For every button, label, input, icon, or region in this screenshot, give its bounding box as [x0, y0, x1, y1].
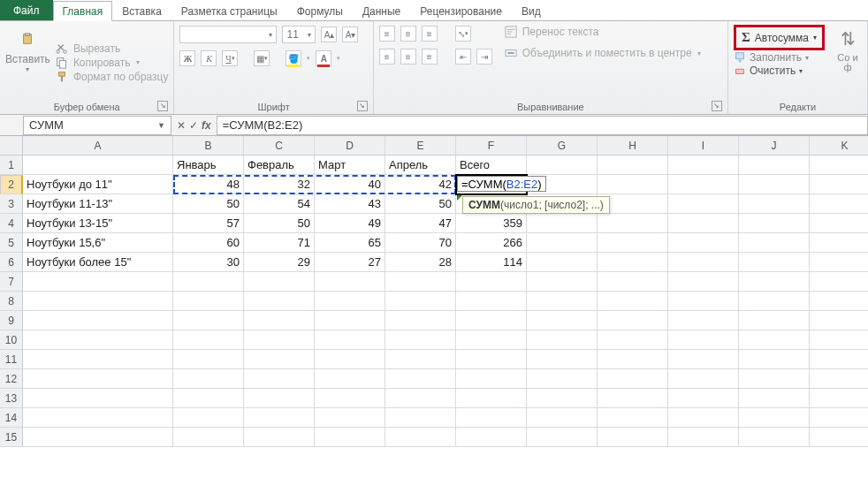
cell[interactable] [173, 408, 244, 428]
cell[interactable]: Март [315, 156, 385, 175]
col-header[interactable]: J [739, 136, 810, 156]
row-header[interactable]: 10 [0, 330, 23, 350]
cell[interactable]: Февраль [244, 156, 315, 175]
cell[interactable] [23, 292, 173, 311]
select-all-corner[interactable] [0, 136, 23, 156]
row-header[interactable]: 3 [0, 194, 23, 214]
cell[interactable] [173, 369, 244, 389]
cell[interactable] [810, 389, 868, 408]
cell[interactable] [244, 428, 315, 447]
cell[interactable] [739, 156, 810, 175]
cell[interactable]: Апрель [385, 156, 456, 175]
cell[interactable] [385, 408, 456, 428]
cell[interactable] [739, 233, 810, 253]
cell[interactable] [456, 311, 527, 330]
cell[interactable] [527, 156, 598, 175]
fx-icon[interactable]: fx [202, 119, 211, 132]
row-header[interactable]: 15 [0, 428, 23, 447]
cell[interactable] [810, 175, 868, 194]
cell[interactable] [456, 369, 527, 389]
cell[interactable] [173, 350, 244, 369]
wrap-text-button[interactable]: Перенос текста [505, 26, 701, 38]
cell[interactable]: Ноутбуки 13-15" [23, 214, 173, 233]
tab-home[interactable]: Главная [53, 1, 113, 21]
cell[interactable] [739, 389, 810, 408]
cell[interactable] [456, 272, 527, 292]
cell[interactable] [456, 292, 527, 311]
clipboard-dialog-launcher[interactable]: ↘ [157, 101, 168, 111]
cell[interactable] [527, 428, 598, 447]
cell[interactable] [244, 330, 315, 350]
cell[interactable] [668, 311, 739, 330]
col-header[interactable]: I [668, 136, 739, 156]
cell[interactable] [810, 292, 868, 311]
col-header[interactable]: G [527, 136, 598, 156]
row-header[interactable]: 1 [0, 156, 23, 175]
cell[interactable] [598, 272, 668, 292]
cell[interactable] [173, 292, 244, 311]
increase-indent-icon[interactable]: ⇥ [476, 49, 492, 64]
row-header[interactable]: 6 [0, 253, 23, 272]
row-header[interactable]: 5 [0, 233, 23, 253]
tab-review[interactable]: Рецензирование [410, 1, 512, 20]
cell[interactable] [244, 311, 315, 330]
italic-button[interactable]: К [201, 50, 217, 66]
cell[interactable] [739, 369, 810, 389]
cell[interactable] [315, 272, 385, 292]
cell[interactable] [668, 408, 739, 428]
cell[interactable] [598, 369, 668, 389]
cell[interactable]: 32 [244, 175, 315, 194]
cell[interactable]: 47 [385, 214, 456, 233]
name-box[interactable]: СУММ▼ [23, 116, 171, 135]
cell[interactable] [598, 214, 668, 233]
cell[interactable] [23, 272, 173, 292]
cell-edit-overlay[interactable]: =СУММ(B2:E2) [457, 176, 546, 192]
font-name-select[interactable]: ▾ [179, 26, 277, 43]
cell[interactable] [527, 369, 598, 389]
cut-button[interactable]: Вырезать [56, 42, 169, 55]
cell[interactable] [527, 214, 598, 233]
cell[interactable] [315, 389, 385, 408]
cell[interactable]: Ноутбуки 11-13" [23, 194, 173, 214]
fill-button[interactable]: Заполнить▾ [734, 51, 825, 64]
align-right-icon[interactable]: ≡ [422, 49, 438, 64]
cell[interactable] [739, 214, 810, 233]
row-header[interactable]: 13 [0, 389, 23, 408]
cell[interactable] [315, 350, 385, 369]
cell[interactable] [456, 389, 527, 408]
cell[interactable] [810, 253, 868, 272]
font-color-button[interactable]: A [316, 50, 331, 66]
align-left-icon[interactable]: ≡ [379, 49, 395, 64]
cell[interactable]: Всего [456, 156, 527, 175]
cell[interactable] [598, 253, 668, 272]
cell[interactable] [23, 330, 173, 350]
cell[interactable]: 70 [385, 233, 456, 253]
cell[interactable] [668, 214, 739, 233]
row-header[interactable]: 2 [0, 175, 23, 194]
cell[interactable] [598, 428, 668, 447]
cell[interactable]: 27 [315, 253, 385, 272]
cell[interactable] [385, 311, 456, 330]
formula-input[interactable]: =СУММ(B2:E2) [217, 116, 868, 135]
col-header[interactable]: A [23, 136, 173, 156]
bold-button[interactable]: Ж [179, 50, 195, 66]
cell[interactable]: 54 [244, 194, 315, 214]
cell[interactable]: Ноутбуки 15,6" [23, 233, 173, 253]
font-dialog-launcher[interactable]: ↘ [357, 101, 368, 111]
cell[interactable] [527, 272, 598, 292]
cell[interactable] [23, 311, 173, 330]
cell[interactable] [315, 408, 385, 428]
cell[interactable] [739, 194, 810, 214]
clear-button[interactable]: Очистить▾ [734, 64, 825, 77]
cell[interactable] [739, 330, 810, 350]
cell[interactable] [244, 389, 315, 408]
cell[interactable] [598, 156, 668, 175]
cell[interactable] [315, 369, 385, 389]
cell[interactable] [315, 311, 385, 330]
cell[interactable]: Январь [173, 156, 244, 175]
cell[interactable]: 28 [385, 253, 456, 272]
col-header[interactable]: H [598, 136, 668, 156]
cell[interactable]: 71 [244, 233, 315, 253]
orientation-icon[interactable]: ⤡▾ [455, 26, 471, 42]
row-header[interactable]: 9 [0, 311, 23, 330]
